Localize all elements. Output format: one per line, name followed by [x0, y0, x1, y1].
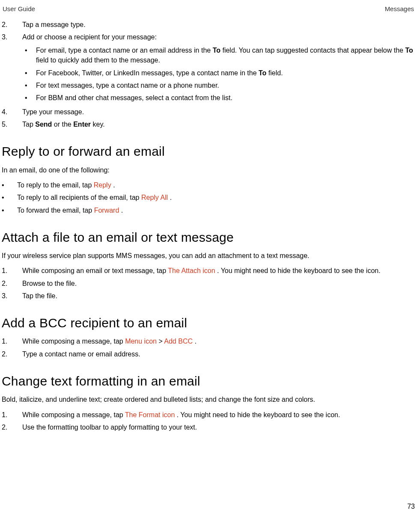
step-4: Type your message.: [2, 107, 415, 117]
page-header: User Guide Messages: [2, 4, 415, 17]
step-5: Tap Send or the Enter key.: [2, 119, 415, 129]
reply-lead: In an email, do one of the following:: [2, 165, 415, 175]
to-field-label: To: [213, 47, 220, 54]
step-3: Add or choose a recipient for your messa…: [2, 32, 415, 103]
bcc-step-2: Type a contact name or email address.: [2, 349, 415, 359]
format-lead: Bold, italicize, and underline text; cre…: [2, 394, 415, 404]
reply-bullets: To reply to the email, tap Reply . To re…: [2, 180, 415, 215]
sub-bbm: For BBM and other chat messages, select …: [22, 93, 415, 103]
menu-icon: Menu icon: [125, 338, 158, 345]
enter-label: Enter: [73, 121, 91, 128]
forward-item: To forward the email, tap Forward .: [2, 205, 415, 215]
add-bcc-icon: Add BCC: [164, 338, 194, 345]
format-steps: While composing a message, tap The Forma…: [2, 410, 415, 432]
bcc-step-1: While composing a message, tap Menu icon…: [2, 336, 415, 346]
sub-text: For text messages, type a contact name o…: [22, 80, 415, 90]
attach-step-1: While composing an email or text message…: [2, 266, 415, 276]
attach-step-3: Tap the file.: [2, 291, 415, 301]
format-icon: The Format icon: [125, 411, 177, 418]
step-3-sub: For email, type a contact name or an ema…: [22, 45, 415, 103]
send-label: Send: [35, 121, 52, 128]
heading-format: Change text formatting in an email: [2, 372, 415, 391]
bcc-steps: While composing a message, tap Menu icon…: [2, 336, 415, 359]
reply-icon: Reply: [94, 181, 113, 189]
heading-bcc: Add a BCC recipient to an email: [2, 314, 415, 332]
reply-item: To reply to the email, tap Reply .: [2, 180, 415, 190]
attach-icon: The Attach icon: [168, 267, 217, 274]
step-2: Tap a message type.: [2, 20, 415, 30]
reply-all-item: To reply to all recipients of the email,…: [2, 193, 415, 202]
to-field-label: To: [259, 69, 266, 77]
intro-steps: Tap a message type. Add or choose a reci…: [2, 20, 415, 130]
header-right: Messages: [385, 4, 414, 14]
heading-reply-forward: Reply to or forward an email: [2, 142, 415, 161]
reply-all-icon: Reply All: [141, 194, 170, 201]
attach-lead: If your wireless service plan supports M…: [2, 251, 415, 261]
breadcrumb-separator: >: [158, 338, 164, 345]
format-step-2: Use the formatting toolbar to apply form…: [2, 422, 415, 432]
to-field-label: To: [405, 47, 413, 54]
attach-steps: While composing an email or text message…: [2, 266, 415, 301]
header-left: User Guide: [3, 4, 35, 14]
heading-attach: Attach a file to an email or text messag…: [2, 228, 415, 247]
attach-step-2: Browse to the file.: [2, 279, 415, 288]
sub-email: For email, type a contact name or an ema…: [22, 45, 415, 65]
step-3-text: Add or choose a recipient for your messa…: [22, 33, 157, 41]
format-step-1: While composing a message, tap The Forma…: [2, 410, 415, 420]
sub-social: For Facebook, Twitter, or LinkedIn messa…: [22, 68, 415, 78]
forward-icon: Forward: [94, 207, 121, 214]
